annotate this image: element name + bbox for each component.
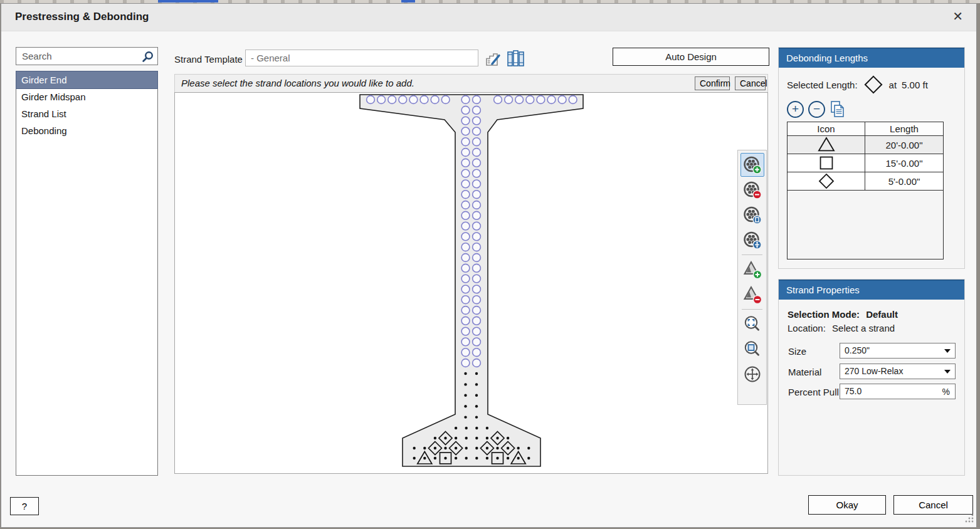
strand-template-input[interactable] bbox=[245, 50, 478, 66]
add-debond-tool[interactable] bbox=[740, 258, 764, 281]
remove-debond-tool[interactable] bbox=[740, 283, 764, 306]
instruction-bar: Please select the strand locations you w… bbox=[174, 74, 768, 93]
sidebar-item-debonding[interactable]: Debonding bbox=[16, 122, 157, 139]
selected-length-value: 5.00 ft bbox=[902, 80, 928, 90]
debond-length-row-triangle[interactable]: 20'-0.00" bbox=[788, 136, 943, 154]
search-icon bbox=[141, 50, 154, 66]
triangle-marker-icon bbox=[788, 136, 865, 154]
material-value: 270 Low-Relax bbox=[845, 366, 903, 376]
square-marker-icon bbox=[788, 154, 865, 172]
debond-length-value: 5'-0.00" bbox=[865, 172, 943, 190]
sidebar-item-girder-midspan[interactable]: Girder Midspan bbox=[16, 88, 157, 105]
title-bar: Prestressing & Debonding ✕ bbox=[1, 4, 976, 31]
pan-tool[interactable] bbox=[740, 362, 764, 386]
template-library-icon[interactable] bbox=[507, 50, 525, 70]
debond-length-value: 20'-0.00" bbox=[865, 136, 943, 154]
debond-add-icon bbox=[743, 260, 762, 279]
strand-remove-icon bbox=[743, 181, 762, 199]
remove-length-button[interactable]: − bbox=[808, 101, 825, 118]
material-dropdown[interactable]: 270 Low-Relax bbox=[840, 364, 956, 379]
length-column-header: Length bbox=[865, 122, 943, 135]
toolbar-separator bbox=[742, 309, 762, 310]
debond-lengths-table[interactable]: Icon Length 20'-0.00"15'-0.00"5'-0.00" bbox=[787, 122, 944, 259]
okay-button[interactable]: Okay bbox=[808, 495, 886, 515]
girder-cross-section[interactable] bbox=[175, 93, 767, 476]
selection-mode-row: Selection Mode: Default bbox=[788, 309, 898, 320]
pan-icon bbox=[743, 365, 762, 384]
size-label: Size bbox=[788, 346, 806, 357]
debond-length-row-square[interactable]: 15'-0.00" bbox=[788, 154, 943, 172]
girder-cross-section-canvas[interactable] bbox=[174, 92, 768, 474]
remove-strands-tool[interactable] bbox=[740, 178, 764, 202]
strand-template-label: Strand Template bbox=[174, 54, 243, 65]
percent-unit: % bbox=[942, 387, 950, 397]
sidebar-item-strand-list[interactable]: Strand List bbox=[16, 105, 157, 122]
instruction-text: Please select the strand locations you w… bbox=[181, 78, 414, 88]
search-input[interactable] bbox=[16, 48, 157, 65]
percent-pull-value: 75.0 bbox=[845, 386, 861, 396]
debond-remove-icon bbox=[743, 285, 762, 304]
location-row: Location: Select a strand bbox=[788, 323, 895, 333]
auto-design-button[interactable]: Auto Design bbox=[613, 48, 769, 66]
confirm-button[interactable]: Confirm bbox=[695, 76, 730, 90]
debond-length-value: 15'-0.00" bbox=[865, 154, 943, 172]
strand-paste-icon bbox=[743, 206, 762, 224]
resize-grip[interactable] bbox=[964, 513, 974, 526]
strand-move-icon bbox=[743, 231, 762, 249]
chevron-down-icon bbox=[944, 349, 951, 353]
sidebar-item-girder-end[interactable]: Girder End bbox=[16, 71, 157, 88]
edit-template-icon[interactable] bbox=[485, 50, 502, 70]
selection-mode-label: Selection Mode: bbox=[788, 309, 860, 320]
section-list[interactable]: Girder EndGirder MidspanStrand ListDebon… bbox=[16, 71, 158, 476]
move-strands-tool[interactable] bbox=[740, 228, 764, 252]
add-strands-tool[interactable] bbox=[740, 153, 764, 177]
selected-length-at: at bbox=[889, 80, 897, 90]
paste-strands-tool[interactable] bbox=[740, 203, 764, 227]
diamond-marker-icon bbox=[863, 75, 883, 94]
percent-pull-label: Percent Pull bbox=[788, 387, 839, 397]
prestressing-debonding-dialog: Prestressing & Debonding ✕ Girder EndGir… bbox=[1, 3, 977, 528]
selection-mode-value: Default bbox=[866, 309, 898, 320]
search-box bbox=[16, 47, 158, 65]
strand-add-icon bbox=[743, 155, 762, 174]
help-button[interactable]: ? bbox=[10, 497, 39, 515]
canvas-toolbar bbox=[737, 150, 767, 405]
icon-column-header: Icon bbox=[788, 122, 865, 135]
debonding-lengths-header: Debonding Lengths bbox=[779, 48, 964, 68]
size-value: 0.250" bbox=[845, 345, 870, 355]
chevron-down-icon bbox=[944, 370, 951, 374]
zoom-extents-tool[interactable] bbox=[740, 312, 764, 336]
toolbar-separator bbox=[742, 254, 762, 255]
background-link-fragment bbox=[401, 0, 415, 3]
size-dropdown[interactable]: 0.250" bbox=[840, 343, 956, 359]
add-length-button[interactable]: + bbox=[787, 101, 804, 118]
copy-lengths-icon[interactable] bbox=[830, 100, 846, 118]
location-label: Location: bbox=[788, 323, 826, 333]
percent-pull-field[interactable]: 75.0 % bbox=[840, 384, 956, 399]
zoom-window-icon bbox=[743, 340, 762, 359]
zoom-window-tool[interactable] bbox=[740, 337, 764, 361]
dialog-title: Prestressing & Debonding bbox=[15, 11, 149, 23]
selected-length-label: Selected Length: bbox=[787, 80, 858, 90]
strand-properties-header: Strand Properties bbox=[779, 280, 964, 300]
selected-length-row: Selected Length: at 5.00 ft bbox=[787, 75, 928, 94]
debond-length-actions: + − bbox=[787, 100, 846, 118]
close-icon[interactable]: ✕ bbox=[952, 9, 963, 24]
debonding-lengths-panel: Debonding Lengths Selected Length: at 5.… bbox=[778, 47, 965, 269]
diamond-marker-icon bbox=[788, 172, 865, 190]
location-value: Select a strand bbox=[832, 323, 895, 333]
cancel-selection-button[interactable]: Cancel bbox=[735, 76, 766, 90]
background-link-fragment bbox=[158, 0, 218, 3]
cancel-button[interactable]: Cancel bbox=[893, 495, 973, 515]
material-label: Material bbox=[788, 367, 821, 377]
zoom-extents-icon bbox=[743, 315, 762, 333]
strand-properties-panel: Strand Properties Selection Mode: Defaul… bbox=[778, 279, 965, 476]
table-header-row: Icon Length bbox=[788, 122, 943, 136]
debond-length-row-diamond[interactable]: 5'-0.00" bbox=[788, 172, 943, 191]
